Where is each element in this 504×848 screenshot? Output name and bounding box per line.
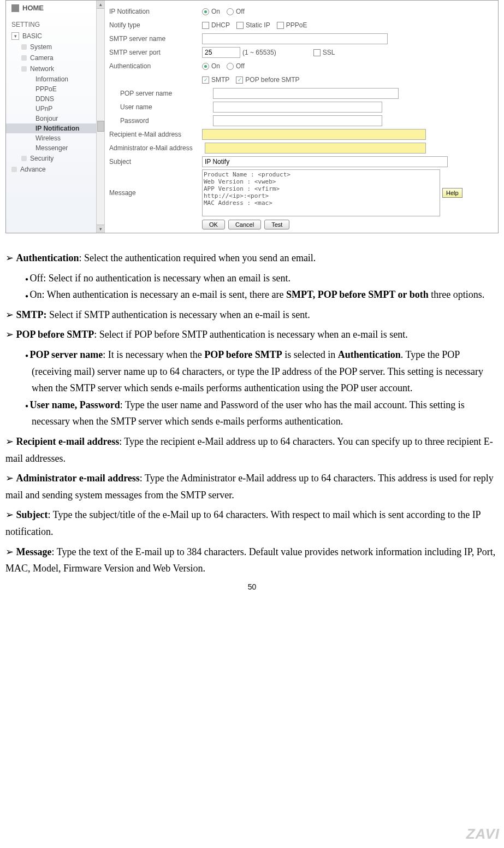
input-password[interactable]: [213, 115, 382, 126]
checkbox-pop-before-smtp[interactable]: POP before SMTP: [236, 76, 299, 84]
input-smtp-port[interactable]: [202, 47, 240, 58]
nav-advance[interactable]: Advance: [6, 164, 104, 175]
system-label: System: [30, 43, 52, 51]
nav-bonjour[interactable]: Bonjour: [6, 114, 104, 123]
checkbox-dhcp[interactable]: DHCP: [202, 21, 230, 29]
config-screenshot: HOME SETTING ▾ BASIC System Camera Netwo…: [5, 0, 499, 233]
nav-pppoe[interactable]: PPPoE: [6, 84, 104, 94]
label-authentication: Authentication: [109, 62, 202, 70]
page-icon: [21, 156, 27, 161]
radio-ipnotify-off[interactable]: Off: [227, 8, 245, 15]
nav-ddns[interactable]: DDNS: [6, 94, 104, 104]
label-ip-notification: IP Notification: [109, 8, 202, 15]
label-user-name: User name: [109, 103, 213, 111]
scroll-thumb[interactable]: [97, 121, 104, 132]
label-message: Message: [109, 189, 202, 197]
radio-ipnotify-on[interactable]: On: [202, 8, 220, 15]
help-button[interactable]: Help: [442, 188, 463, 198]
nav-wireless[interactable]: Wireless: [6, 133, 104, 143]
label-recipient-email: Recipient e-Mail address: [109, 131, 202, 138]
input-subject[interactable]: [202, 156, 448, 167]
home-icon: [11, 4, 19, 12]
nav-home[interactable]: HOME: [6, 1, 104, 15]
home-label: HOME: [22, 4, 44, 12]
port-range: (1 ~ 65535): [242, 49, 276, 56]
test-button[interactable]: Test: [264, 220, 289, 229]
ok-button[interactable]: OK: [202, 220, 225, 229]
page-icon: [21, 55, 27, 61]
camera-label: Camera: [30, 54, 54, 62]
checkbox-pppoe[interactable]: PPPoE: [277, 21, 307, 29]
nav-basic[interactable]: ▾ BASIC: [6, 31, 104, 42]
security-label: Security: [30, 155, 54, 162]
nav-system[interactable]: System: [6, 42, 104, 52]
basic-label: BASIC: [22, 32, 42, 40]
sidebar: HOME SETTING ▾ BASIC System Camera Netwo…: [6, 1, 105, 233]
checkbox-smtp[interactable]: SMTP: [202, 76, 229, 84]
sidebar-scrollbar[interactable]: ▴ ▾: [96, 1, 104, 233]
nav-upnp[interactable]: UPnP: [6, 104, 104, 114]
label-smtp-server-port: SMTP server port: [109, 49, 202, 56]
scroll-up-icon[interactable]: ▴: [97, 1, 104, 9]
input-user-name[interactable]: [213, 102, 382, 113]
label-notify-type: Notify type: [109, 21, 202, 29]
cancel-button[interactable]: Cancel: [228, 220, 261, 229]
nav-camera[interactable]: Camera: [6, 52, 104, 63]
nav-information[interactable]: Information: [6, 74, 104, 84]
scroll-down-icon[interactable]: ▾: [97, 225, 104, 233]
advance-label: Advance: [20, 166, 46, 173]
input-recipient-email[interactable]: [202, 129, 426, 140]
label-smtp-server-name: SMTP server name: [109, 35, 202, 43]
page-number: 50: [5, 582, 499, 591]
settings-form: IP Notification On Off Notify type DHCP …: [105, 1, 498, 233]
page-icon: [21, 66, 27, 72]
documentation-text: Authentication: Select the authenticatio…: [5, 250, 499, 577]
label-admin-email: Administrator e-Mail address: [109, 144, 205, 152]
page-icon: [11, 167, 17, 172]
label-subject: Subject: [109, 158, 202, 166]
nav-setting-header: SETTING: [6, 15, 104, 31]
radio-auth-on[interactable]: On: [202, 62, 220, 70]
label-password: Password: [109, 117, 213, 125]
checkbox-static-ip[interactable]: Static IP: [236, 21, 270, 29]
nav-network[interactable]: Network: [6, 63, 104, 74]
nav-security[interactable]: Security: [6, 153, 104, 164]
input-admin-email[interactable]: [205, 143, 426, 154]
nav-ip-notification[interactable]: IP Notification: [6, 123, 104, 133]
input-smtp-server-name[interactable]: [202, 33, 388, 44]
page-icon: [21, 44, 27, 50]
nav-messenger[interactable]: Messenger: [6, 143, 104, 153]
checkbox-ssl[interactable]: SSL: [313, 49, 335, 56]
textarea-message[interactable]: Product Name : <product> Web Version : <…: [202, 169, 440, 216]
chevron-down-icon: ▾: [11, 32, 19, 40]
input-pop-server-name[interactable]: [213, 88, 399, 99]
radio-auth-off[interactable]: Off: [227, 62, 245, 70]
network-label: Network: [30, 65, 54, 73]
label-pop-server-name: POP server name: [109, 90, 213, 97]
